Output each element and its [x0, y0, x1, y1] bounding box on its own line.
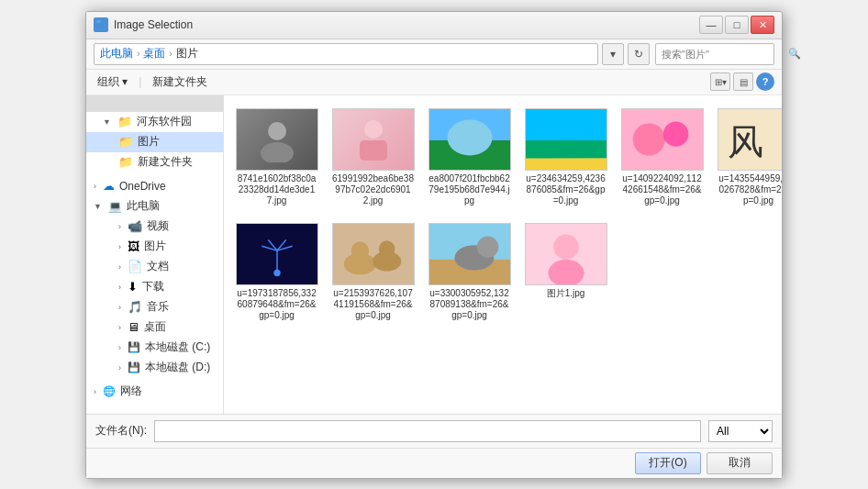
view-list-button[interactable]: ▤ — [733, 72, 753, 91]
svg-text:风: 风 — [727, 121, 762, 161]
folder-icon-dl: ⬇ — [128, 280, 138, 294]
network-icon: 🌐 — [103, 385, 116, 397]
file-area: 8741e1602bf38c0a23328dd14de3de17.jpg 619… — [224, 95, 782, 414]
file-item-f6[interactable]: 风 u=1435544959,8810267828&fm=26&gp=0.jpg — [715, 105, 782, 210]
view-grid-button[interactable]: ⊞▾ — [710, 72, 730, 91]
dialog-title: Image Selection — [114, 18, 699, 31]
sidebar-item-music[interactable]: › 🎵 音乐 — [86, 297, 223, 317]
file-item-f8[interactable]: u=1973187856,33260879648&fm=26&gp=0.jpg — [233, 219, 320, 325]
dropdown-arrow[interactable]: ▾ — [602, 43, 624, 65]
search-container[interactable]: 🔍 — [655, 43, 774, 65]
file-label-f2: 61991992bea6be3897b7c02e2dc69012.jpg — [332, 173, 415, 206]
svg-point-36 — [476, 236, 497, 257]
thumbnail-f8 — [236, 223, 318, 285]
bottom-buttons: 打开(O) 取消 — [86, 448, 782, 478]
filetype-select[interactable]: All — [708, 420, 773, 442]
expand-arrow-pc: ▼ — [94, 202, 102, 211]
thumbnail-f4 — [525, 108, 607, 171]
sidebar-label-downloads: 下载 — [142, 279, 164, 295]
file-grid-row-2: u=1973187856,33260879648&fm=26&gp=0.jpg … — [233, 219, 773, 325]
sidebar-label-music: 音乐 — [147, 299, 169, 315]
sidebar-item-video[interactable]: › 📹 视频 — [86, 217, 223, 237]
file-item-f3[interactable]: ea8007f201fbcbb6279e195b68d7e944.jpg — [426, 105, 513, 210]
sidebar-item-onedrive[interactable]: › ☁ OneDrive — [86, 176, 223, 196]
file-grid-row-1: 8741e1602bf38c0a23328dd14de3de17.jpg 619… — [233, 105, 773, 210]
sidebar-item-drive-d[interactable]: › 💾 本地磁盘 (D:) — [86, 358, 223, 378]
file-item-f2[interactable]: 61991992bea6be3897b7c02e2dc69012.jpg — [329, 105, 417, 210]
expand-arrow-docs: › — [118, 262, 121, 272]
filename-input[interactable] — [154, 420, 701, 442]
svg-point-39 — [548, 259, 584, 284]
breadcrumb[interactable]: 此电脑 › 桌面 › 图片 — [94, 43, 598, 65]
search-input[interactable] — [662, 49, 788, 60]
file-label-f4: u=234634259,4236876085&fm=26&gp=0.jpg — [525, 173, 607, 206]
sidebar-label-images: 图片 — [144, 239, 166, 254]
expand-arrow-img: › — [118, 242, 121, 251]
file-item-f10[interactable]: u=3300305952,13287089138&fm=26&gp=0.jpg — [426, 219, 513, 325]
cancel-button[interactable]: 取消 — [707, 452, 773, 474]
app-icon — [94, 17, 108, 32]
help-button[interactable]: ? — [756, 72, 774, 91]
svg-rect-5 — [360, 140, 387, 161]
file-item-f1[interactable]: 8741e1602bf38c0a23328dd14de3de17.jpg — [233, 105, 320, 210]
expand-arrow: ▼ — [103, 117, 111, 127]
sidebar-label-onedrive: OneDrive — [119, 180, 166, 193]
sidebar-item-images[interactable]: › 🖼 图片 — [86, 237, 223, 257]
expand-arrow-v: › — [118, 222, 121, 231]
breadcrumb-sep1: › — [137, 49, 139, 59]
desktop-icon: 🖥 — [128, 320, 139, 334]
bottom-bar: 文件名(N): All — [86, 414, 782, 448]
search-icon[interactable]: 🔍 — [788, 48, 801, 60]
svg-point-32 — [378, 240, 395, 257]
file-item-f4[interactable]: u=234634259,4236876085&fm=26&gp=0.jpg — [522, 105, 609, 210]
breadcrumb-part1: 此电脑 — [100, 46, 133, 61]
new-folder-button[interactable]: 新建文件夹 — [149, 72, 211, 92]
sidebar-label-new-folder: 新建文件夹 — [138, 154, 193, 170]
expand-arrow-mus: › — [118, 303, 121, 312]
minimize-button[interactable]: — — [699, 16, 723, 34]
filename-label: 文件名(N): — [95, 423, 147, 439]
expand-arrow-c: › — [118, 343, 121, 352]
sidebar-item-downloads[interactable]: › ⬇ 下载 — [86, 277, 223, 297]
address-bar: 此电脑 › 桌面 › 图片 ▾ ↻ — [94, 43, 650, 65]
file-item-f9[interactable]: u=2153937626,10741191568&fm=26&gp=0.jpg — [329, 219, 417, 325]
folder-icon-docs: 📄 — [128, 260, 142, 273]
sidebar-item-this-pc[interactable]: ▼ 💻 此电脑 — [86, 196, 223, 217]
organize-button[interactable]: 组织 ▾ — [94, 72, 131, 92]
close-button[interactable]: ✕ — [751, 16, 774, 34]
file-label-f5: u=1409224092,11242661548&fm=26&gp=0.jpg — [621, 173, 704, 206]
sidebar-label-network: 网络 — [120, 383, 142, 399]
svg-point-14 — [662, 121, 687, 146]
sidebar-label: 河东软件园 — [137, 114, 192, 129]
file-label-f6: u=1435544959,8810267828&fm=26&gp=0.jpg — [718, 173, 783, 206]
sidebar-label-docs: 文档 — [147, 259, 169, 274]
maximize-button[interactable]: □ — [725, 16, 749, 34]
sidebar-item-desktop[interactable]: › 🖥 桌面 — [86, 317, 223, 338]
svg-point-27 — [274, 270, 280, 275]
thumbnail-f5 — [621, 108, 704, 171]
svg-rect-28 — [333, 223, 414, 283]
expand-arrow-desk: › — [118, 323, 121, 332]
expand-arrow-d: › — [118, 363, 121, 372]
thumbnail-f2 — [332, 108, 415, 171]
sidebar-item-docs[interactable]: › 📄 文档 — [86, 257, 223, 277]
file-label-f1: 8741e1602bf38c0a23328dd14de3de17.jpg — [236, 173, 318, 206]
sidebar-item-pictures[interactable]: 📁 图片 — [86, 132, 223, 152]
expand-arrow-od: › — [94, 182, 96, 191]
sidebar-label-drive-d: 本地磁盘 (D:) — [145, 360, 210, 375]
file-item-f11[interactable]: 图片1.jpg — [522, 219, 609, 325]
open-button[interactable]: 打开(O) — [635, 452, 701, 474]
breadcrumb-part2: 桌面 — [143, 46, 165, 61]
drive-c-icon: 💾 — [128, 341, 140, 353]
file-label-f3: ea8007f201fbcbb6279e195b68d7e944.jpg — [428, 173, 511, 206]
music-icon: 🎵 — [128, 300, 142, 314]
sidebar: ▼ 📁 河东软件园 📁 图片 📁 新建文件夹 › ☁ OneDrive ▼ — [86, 95, 224, 414]
sidebar-item-drive-c[interactable]: › 💾 本地磁盘 (C:) — [86, 338, 223, 358]
file-item-f5[interactable]: u=1409224092,11242661548&fm=26&gp=0.jpg — [618, 105, 706, 210]
sidebar-item-new-folder[interactable]: 📁 新建文件夹 — [86, 152, 223, 172]
refresh-button[interactable]: ↻ — [628, 43, 650, 65]
svg-point-4 — [364, 120, 383, 139]
sidebar-item-hd-software[interactable]: ▼ 📁 河东软件园 — [86, 112, 223, 132]
sidebar-item-network[interactable]: › 🌐 网络 — [86, 382, 223, 402]
sidebar-label-this-pc: 此电脑 — [127, 198, 160, 214]
